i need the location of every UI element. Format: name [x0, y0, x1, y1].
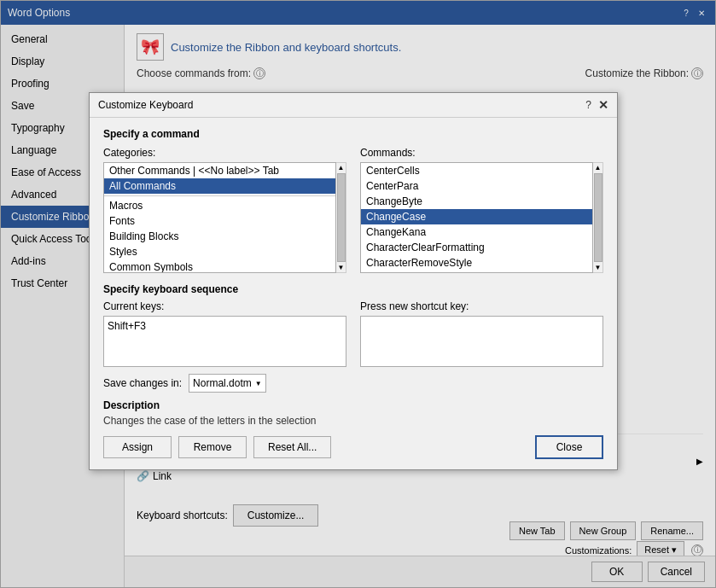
command-item-change-case[interactable]: ChangeCase [361, 209, 592, 224]
category-item-fonts[interactable]: Fonts [104, 213, 335, 229]
dialog-title-controls: ? ✕ [585, 98, 608, 112]
description-section: Description Changes the case of the lett… [103, 399, 603, 427]
command-item-char-left[interactable]: CharLeft [361, 271, 592, 273]
new-shortcut-group: Press new shortcut key: [360, 300, 603, 367]
description-label: Description [103, 399, 603, 411]
press-new-shortcut-label: Press new shortcut key: [360, 300, 603, 312]
current-keys-label: Current keys: [103, 300, 346, 312]
dialog-help-button[interactable]: ? [585, 99, 591, 111]
specify-keyboard-title: Specify keyboard sequence [103, 283, 603, 295]
description-text: Changes the case of the letters in the s… [103, 415, 603, 427]
category-item-macros[interactable]: Macros [104, 198, 335, 213]
dialog-title: Customize Keyboard [98, 99, 193, 111]
dialog-bottom-buttons: Assign Remove Reset All... Close [103, 435, 603, 459]
categories-column: Categories: Other Commands | <<No label>… [103, 147, 346, 273]
categories-scrollbar[interactable]: ▲ ▼ [336, 162, 346, 273]
dialog-body: Specify a command Categories: Other Comm… [90, 118, 617, 469]
command-item-character-remove[interactable]: CharacterRemoveStyle [361, 255, 592, 271]
categories-label: Categories: [103, 147, 346, 159]
assign-button[interactable]: Assign [103, 436, 172, 458]
category-item-all-commands[interactable]: All Commands [104, 178, 335, 194]
category-item-building-blocks[interactable]: Building Blocks [104, 229, 335, 244]
commands-scrollbar[interactable]: ▲ ▼ [593, 162, 603, 273]
save-changes-row: Save changes in: Normal.dotm ▼ [103, 374, 603, 393]
category-item-other[interactable]: Other Commands | <<No label>> Tab [104, 163, 335, 178]
new-shortcut-input[interactable] [360, 316, 603, 367]
commands-column: Commands: CenterCells CenterPara ChangeB… [360, 147, 603, 273]
command-item-center-cells[interactable]: CenterCells [361, 163, 592, 178]
reset-all-button[interactable]: Reset All... [253, 436, 331, 458]
command-item-center-para[interactable]: CenterPara [361, 178, 592, 194]
commands-listbox[interactable]: CenterCells CenterPara ChangeByte Change… [360, 162, 593, 273]
remove-button[interactable]: Remove [178, 436, 247, 458]
customize-keyboard-dialog: Customize Keyboard ? ✕ Specify a command… [89, 92, 618, 470]
save-changes-select[interactable]: Normal.dotm ▼ [189, 374, 266, 393]
category-separator [104, 195, 335, 196]
command-item-change-kana[interactable]: ChangeKana [361, 224, 592, 240]
current-keys-group: Current keys: Shift+F3 [103, 300, 346, 367]
dialog-close-x-button[interactable]: ✕ [598, 98, 608, 112]
categories-listbox[interactable]: Other Commands | <<No label>> Tab All Co… [103, 162, 336, 273]
dialog-columns: Categories: Other Commands | <<No label>… [103, 147, 603, 273]
save-changes-label: Save changes in: [103, 377, 182, 389]
command-item-character-clear[interactable]: CharacterClearFormatting [361, 240, 592, 255]
current-keys-box[interactable]: Shift+F3 [103, 316, 346, 367]
save-changes-dropdown-icon: ▼ [255, 380, 262, 387]
commands-label: Commands: [360, 147, 603, 159]
dialog-close-button[interactable]: Close [535, 435, 603, 459]
current-key-value: Shift+F3 [108, 320, 342, 332]
category-item-styles[interactable]: Styles [104, 244, 335, 259]
keyboard-inputs-row: Current keys: Shift+F3 Press new shortcu… [103, 300, 603, 367]
specify-command-title: Specify a command [103, 128, 603, 140]
dialog-title-bar: Customize Keyboard ? ✕ [90, 93, 617, 118]
command-item-change-byte[interactable]: ChangeByte [361, 194, 592, 209]
save-changes-value: Normal.dotm [193, 377, 252, 389]
category-item-common-symbols[interactable]: Common Symbols [104, 259, 335, 273]
